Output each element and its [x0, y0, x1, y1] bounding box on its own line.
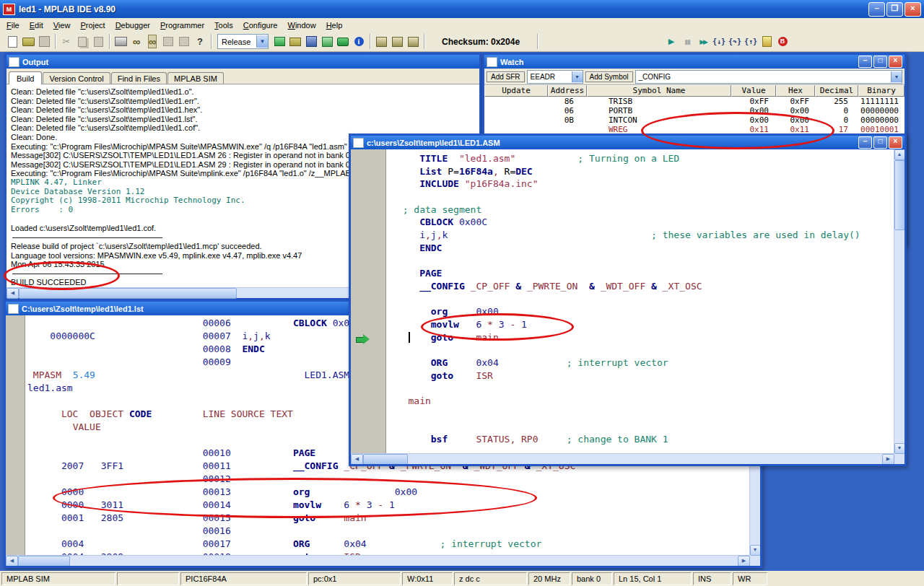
tab-find-in-files[interactable]: Find in Files: [111, 72, 167, 84]
bookmark-prev-icon[interactable]: [161, 35, 175, 48]
chevron-down-icon[interactable]: ▼: [891, 71, 902, 82]
code-line: __CONFIG _CP_OFF & _PWRTE_ON & _WDT_OFF …: [391, 280, 894, 293]
build-configuration-select[interactable]: Release ▼: [217, 34, 269, 49]
maximize-button[interactable]: ❐: [886, 2, 903, 17]
sfr-select[interactable]: EEADR ▼: [527, 70, 583, 84]
save-workspace-icon[interactable]: [304, 35, 318, 48]
symbol-select[interactable]: _CONFIG ▼: [635, 70, 903, 84]
add-symbol-button[interactable]: Add Symbol: [585, 71, 633, 82]
tab-mplab-sim[interactable]: MPLAB SIM: [167, 72, 224, 84]
menu-tools[interactable]: Tools: [209, 19, 238, 31]
menu-edit[interactable]: Edit: [25, 19, 48, 31]
animate-icon[interactable]: [696, 35, 710, 48]
close-button[interactable]: ×: [905, 2, 921, 17]
make-icon[interactable]: [336, 35, 350, 48]
scroll-right-icon[interactable]: ▶: [738, 556, 750, 566]
menu-file[interactable]: File: [1, 19, 25, 31]
watch-column-hex[interactable]: Hex: [776, 85, 815, 97]
editor-text[interactable]: TITLE "led1.asm" ; Turning on a LED List…: [385, 149, 894, 454]
scroll-left-icon[interactable]: ◀: [351, 454, 363, 464]
scroll-up-icon[interactable]: ▲: [894, 149, 905, 160]
open-project-icon[interactable]: [288, 35, 302, 48]
new-file-icon[interactable]: [5, 35, 19, 48]
step-over-icon[interactable]: [728, 35, 742, 48]
menu-view[interactable]: View: [48, 19, 76, 31]
code-line: ORG 0x04 ; interrupt vector: [391, 357, 894, 369]
chevron-down-icon[interactable]: ▼: [572, 71, 583, 82]
watch-row[interactable]: 0BINTCON0x000x00000000000: [484, 115, 905, 125]
scroll-right-icon[interactable]: ▶: [882, 454, 894, 464]
open-file-icon[interactable]: [21, 35, 35, 48]
minimize-button[interactable]: –: [858, 56, 872, 68]
about-icon[interactable]: [352, 35, 366, 48]
watch-row[interactable]: 06PORTB0x000x00000000000: [484, 106, 905, 115]
scroll-down-icon[interactable]: ▼: [750, 545, 761, 556]
find-in-files-icon[interactable]: [145, 35, 160, 48]
scroll-left-icon[interactable]: ◀: [6, 556, 18, 566]
menu-window[interactable]: Window: [283, 19, 321, 31]
halt-icon[interactable]: [680, 35, 694, 48]
save-file-icon[interactable]: [37, 35, 51, 48]
help-icon[interactable]: [193, 35, 207, 48]
paste-icon[interactable]: [91, 35, 105, 48]
verify-icon[interactable]: [406, 35, 420, 48]
editor-hscrollbar[interactable]: ◀ ▶: [351, 453, 894, 464]
scroll-down-icon[interactable]: ▼: [894, 443, 905, 454]
bookmark-next-icon[interactable]: [177, 35, 191, 48]
copy-icon[interactable]: [75, 35, 90, 48]
editor-title: c:\users\Zsolt\temp\led1\LED1.ASM: [367, 139, 500, 147]
read-target-icon[interactable]: [390, 35, 404, 48]
listing-hscrollbar[interactable]: ◀ ▶: [6, 555, 750, 566]
tab-version-control[interactable]: Version Control: [43, 72, 110, 84]
watch-column-decimal[interactable]: Decimal: [815, 85, 858, 97]
watch-column-symbol-name[interactable]: Symbol Name: [587, 85, 731, 97]
mplab-logo-icon: M: [3, 4, 15, 15]
scroll-thumb[interactable]: [894, 160, 905, 230]
run-icon[interactable]: [664, 35, 679, 48]
add-sfr-button[interactable]: Add SFR: [487, 71, 525, 82]
minimize-button[interactable]: –: [868, 2, 885, 17]
menu-configure[interactable]: Configure: [238, 19, 283, 31]
minimize-button[interactable]: –: [858, 136, 872, 149]
cut-icon[interactable]: [59, 35, 74, 48]
maximize-button[interactable]: □: [873, 56, 887, 68]
scroll-thumb[interactable]: [18, 556, 70, 566]
breakpoint-icon[interactable]: [775, 35, 790, 48]
program-target-icon[interactable]: [374, 35, 388, 48]
watch-column-value[interactable]: Value: [731, 85, 776, 97]
status-segment: PIC16F84A: [180, 572, 307, 585]
menu-help[interactable]: Help: [321, 19, 348, 31]
watch-row[interactable]: 86TRISB0xFF0xFF25511111111: [484, 97, 905, 106]
tab-build[interactable]: Build: [9, 71, 42, 84]
chevron-down-icon[interactable]: ▼: [256, 35, 268, 48]
menu-project[interactable]: Project: [75, 19, 110, 31]
watch-titlebar[interactable]: Watch – □ ×: [484, 55, 905, 69]
editor-vscrollbar[interactable]: ▲ ▼: [894, 149, 905, 454]
close-button[interactable]: ×: [889, 136, 902, 149]
scroll-left-icon[interactable]: ◀: [6, 288, 19, 299]
watch-column-update[interactable]: Update: [484, 85, 548, 97]
new-project-icon[interactable]: [272, 35, 287, 48]
maximize-button[interactable]: □: [873, 136, 887, 149]
build-options-icon[interactable]: [320, 35, 334, 48]
watch-title: Watch: [500, 58, 524, 66]
menu-debugger[interactable]: Debugger: [110, 19, 155, 31]
watch-column-binary[interactable]: Binary: [858, 85, 905, 97]
step-into-icon[interactable]: [712, 35, 726, 48]
watch-column-address[interactable]: Address: [548, 85, 587, 97]
main-titlebar[interactable]: M led1 - MPLAB IDE v8.90 – ❐ ×: [0, 0, 924, 18]
scroll-thumb[interactable]: [363, 454, 408, 464]
scroll-thumb[interactable]: [19, 288, 237, 299]
print-icon[interactable]: [113, 35, 128, 48]
code-line: main: [391, 395, 894, 408]
output-titlebar[interactable]: Output: [6, 55, 479, 69]
reset-icon[interactable]: [759, 35, 774, 48]
close-button[interactable]: ×: [889, 56, 902, 68]
menu-programmer[interactable]: Programmer: [155, 19, 209, 31]
code-line: org 0x00: [391, 305, 894, 318]
code-line: [391, 344, 894, 357]
find-icon[interactable]: [129, 35, 144, 48]
step-out-icon[interactable]: [744, 35, 758, 48]
editor-titlebar[interactable]: c:\users\Zsolt\temp\led1\LED1.ASM – □ ×: [351, 136, 905, 149]
listing-line: 0000 3011 00014 movlw 6 * 3 - 1: [27, 499, 750, 512]
